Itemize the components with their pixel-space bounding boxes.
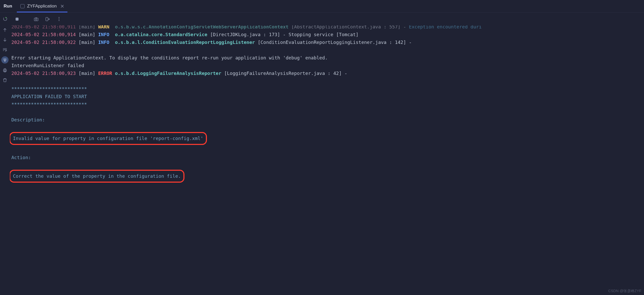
soft-wrap-button[interactable]	[2, 46, 8, 53]
console-line: Action:	[11, 154, 642, 161]
more-button[interactable]	[56, 16, 62, 22]
console-line: IntervenRunListener failed	[11, 62, 642, 69]
rerun-icon	[3, 17, 8, 22]
console-line: 2024-05-02 21:58:00,911 [main] WARN o.s.…	[11, 25, 642, 31]
console-line: 2024-05-02 21:58:00,923 [main] ERROR o.s…	[11, 69, 642, 77]
console-line	[11, 77, 642, 85]
svg-rect-3	[46, 17, 48, 21]
console-line: 2024-05-02 21:58:00,922 [main] INFO o.s.…	[11, 38, 642, 46]
stop-button[interactable]	[14, 16, 20, 22]
console-line: APPLICATION FAILED TO START	[11, 93, 642, 100]
screenshot-button[interactable]	[33, 16, 39, 22]
svg-rect-0	[16, 18, 18, 20]
stop-icon	[14, 17, 20, 22]
console-output[interactable]: 2024-05-02 21:58:00,911 [main] WARN o.s.…	[10, 25, 644, 295]
console-line: Description:	[11, 116, 642, 124]
console-line: ***************************	[11, 100, 642, 108]
run-tool-window: Run ZYFApplication	[0, 0, 644, 295]
console-line	[11, 146, 642, 154]
scroll-to-end-button[interactable]	[1, 56, 9, 64]
console-line: Correct the value of the property in the…	[11, 169, 642, 184]
console-line: 2024-05-02 21:58:00,914 [main] INFO o.a.…	[11, 31, 642, 38]
close-icon[interactable]	[61, 5, 64, 8]
console-line: Invalid value for property in configurat…	[11, 131, 642, 146]
console-gutter	[0, 25, 10, 295]
rerun-button[interactable]	[3, 16, 9, 22]
more-icon	[59, 17, 59, 21]
arrow-down-icon	[2, 37, 7, 42]
exit-button[interactable]	[44, 16, 51, 22]
highlighted-message: Correct the value of the property in the…	[10, 170, 184, 183]
console-line	[11, 124, 642, 131]
scroll-down-button[interactable]	[2, 37, 8, 43]
arrow-up-icon	[2, 27, 7, 33]
soft-wrap-icon	[2, 47, 7, 52]
scroll-up-button[interactable]	[2, 27, 8, 33]
console-line	[11, 161, 642, 169]
console-line	[11, 46, 642, 54]
camera-icon	[34, 17, 39, 22]
svg-rect-1	[34, 18, 38, 21]
tab-run-config[interactable]: ZYFApplication	[17, 0, 67, 12]
clear-button[interactable]	[2, 77, 8, 83]
highlighted-message: Invalid value for property in configurat…	[10, 132, 207, 145]
printer-icon	[2, 68, 7, 73]
trash-icon	[2, 77, 7, 83]
exception-link[interactable]: Exception encountered duri	[409, 25, 482, 29]
svg-rect-4	[3, 70, 6, 72]
print-button[interactable]	[2, 67, 8, 73]
scroll-to-end-icon	[2, 57, 7, 63]
app-icon	[20, 4, 25, 8]
exit-icon	[45, 17, 50, 22]
console-line: ***************************	[11, 85, 642, 93]
svg-point-2	[35, 19, 37, 20]
watermark: CSDN @张彦峰ZYF	[608, 289, 641, 293]
tabs-row: Run ZYFApplication	[0, 0, 644, 12]
run-toolbar	[0, 12, 644, 25]
svg-rect-5	[4, 68, 6, 69]
console-line: Error starting ApplicationContext. To di…	[11, 54, 642, 62]
body-area: 2024-05-02 21:58:00,911 [main] WARN o.s.…	[0, 25, 644, 295]
console-line	[11, 108, 642, 116]
tab-label: ZYFApplication	[27, 4, 57, 9]
panel-title: Run	[0, 4, 17, 9]
